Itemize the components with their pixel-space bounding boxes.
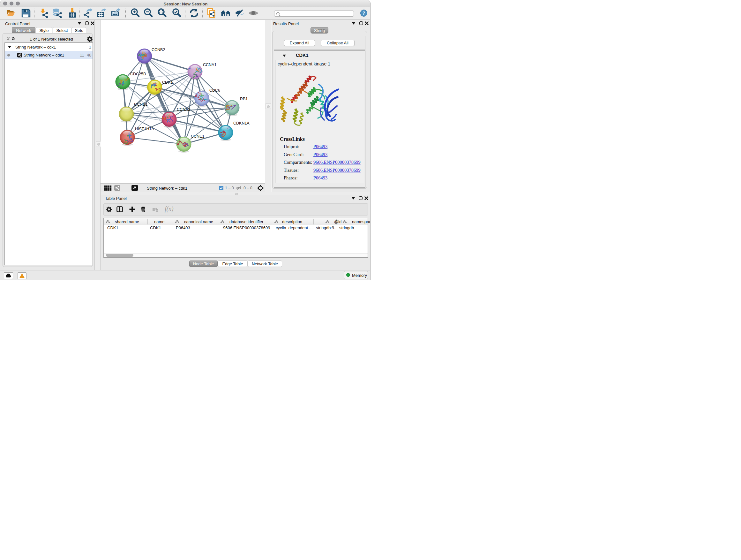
svg-text:CCNE1: CCNE1 [191, 134, 204, 138]
svg-text:CDC6: CDC6 [209, 88, 220, 92]
svg-text:?: ? [362, 10, 365, 16]
svg-text:CDC25B: CDC25B [130, 72, 146, 76]
svg-text:HIST1H1A: HIST1H1A [135, 127, 154, 131]
svg-text:CCNB2: CCNB2 [151, 48, 165, 52]
svg-text:CCNA2: CCNA2 [177, 107, 190, 112]
svg-text:CCNB1: CCNB1 [134, 102, 147, 107]
svg-text:CCNA1: CCNA1 [203, 63, 216, 67]
svg-text:RB1: RB1 [240, 97, 248, 101]
svg-text:CDK1: CDK1 [162, 80, 173, 84]
svg-text:CDKN1A: CDKN1A [233, 121, 250, 125]
